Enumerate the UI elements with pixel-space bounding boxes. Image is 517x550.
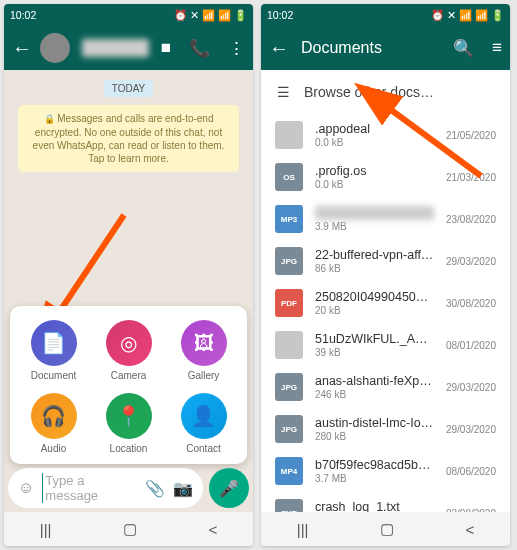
file-size: 280 kB <box>315 431 434 442</box>
file-row[interactable]: JPG 22-buffered-vpn-affiliate.jpg 86 kB … <box>261 240 510 282</box>
file-info: .profig.os 0.0 kB <box>315 164 434 190</box>
back-icon[interactable]: ← <box>12 37 32 60</box>
audio-icon: 🎧 <box>31 393 77 439</box>
file-size: 20 kB <box>315 305 434 316</box>
nav-recents[interactable]: ||| <box>297 521 309 538</box>
browse-other-docs[interactable]: ☰ Browse other docs… <box>261 70 510 114</box>
file-row[interactable]: PDF 250820I049904503.pdf 20 kB 30/08/202… <box>261 282 510 324</box>
voice-call-icon[interactable]: 📞 <box>189 38 210 59</box>
attach-document[interactable]: 📄Document <box>16 320 91 381</box>
file-size: 86 kB <box>315 263 434 274</box>
docs-appbar: ← Documents 🔍 ≡ <box>261 26 510 70</box>
browse-label: Browse other docs… <box>304 84 434 100</box>
attach-label: Document <box>31 370 77 381</box>
file-size: 3.9 MB <box>315 221 434 232</box>
file-size: 39 kB <box>315 347 434 358</box>
file-name: 22-buffered-vpn-affiliate.jpg <box>315 248 434 262</box>
nav-back[interactable]: < <box>208 521 217 538</box>
attach-contact[interactable]: 👤Contact <box>166 393 241 454</box>
clock: 10:02 <box>10 9 36 21</box>
chat-title[interactable]: ████ <box>82 39 149 57</box>
file-name: b70f59fec98acd5bbd98f5849f8720de… <box>315 458 434 472</box>
attach-label: Contact <box>186 443 220 454</box>
file-info: 22-buffered-vpn-affiliate.jpg 86 kB <box>315 248 434 274</box>
video-call-icon[interactable]: ■ <box>161 38 171 59</box>
file-row[interactable]: MP4 b70f59fec98acd5bbd98f5849f8720de… 3.… <box>261 450 510 492</box>
nav-home[interactable]: ▢ <box>123 520 137 538</box>
encryption-notice[interactable]: 🔒 Messages and calls are end-to-end encr… <box>18 105 239 172</box>
file-date: 23/08/2020 <box>446 214 496 225</box>
file-size: 0.0 kB <box>315 137 434 148</box>
status-icons: ⏰ ✕ 📶 📶 🔋 <box>431 9 504 22</box>
file-info: ████████.mp3 3.9 MB <box>315 206 434 232</box>
file-name: austin-distel-Imc-IoZDMXc-unsplash.jpg <box>315 416 434 430</box>
file-type-icon: TXT <box>275 499 303 512</box>
message-input[interactable]: ☺ Type a message 📎 📷 <box>8 468 203 508</box>
file-type-icon: JPG <box>275 247 303 275</box>
status-bar: 10:02 ⏰ ✕ 📶 📶 🔋 <box>261 4 510 26</box>
attach-label: Location <box>110 443 148 454</box>
file-info: crash_log_1.txt 1.0 kB <box>315 500 434 512</box>
file-row[interactable]: .appodeal 0.0 kB 21/05/2020 <box>261 114 510 156</box>
attach-audio[interactable]: 🎧Audio <box>16 393 91 454</box>
date-chip: TODAY <box>104 80 154 97</box>
file-type-icon: OS <box>275 163 303 191</box>
file-type-icon: JPG <box>275 415 303 443</box>
menu-icon[interactable]: ⋮ <box>228 38 245 59</box>
nav-bar: ||| ▢ < <box>261 512 510 546</box>
file-row[interactable]: TXT crash_log_1.txt 1.0 kB 03/08/2020 <box>261 492 510 512</box>
nav-home[interactable]: ▢ <box>380 520 394 538</box>
file-name: 51uDzWIkFUL._AC_SY600_ML1_FMwe… <box>315 332 434 346</box>
file-type-icon <box>275 121 303 149</box>
attach-label: Audio <box>41 443 67 454</box>
file-name: crash_log_1.txt <box>315 500 434 512</box>
file-name: 250820I049904503.pdf <box>315 290 434 304</box>
back-icon[interactable]: ← <box>269 37 289 60</box>
file-row[interactable]: MP3 ████████.mp3 3.9 MB 23/08/2020 <box>261 198 510 240</box>
file-date: 29/03/2020 <box>446 424 496 435</box>
input-placeholder: Type a message <box>42 473 137 503</box>
file-date: 29/03/2020 <box>446 256 496 267</box>
mic-button[interactable]: 🎤 <box>209 468 249 508</box>
attach-gallery[interactable]: 🖼Gallery <box>166 320 241 381</box>
gallery-icon: 🖼 <box>181 320 227 366</box>
file-info: b70f59fec98acd5bbd98f5849f8720de… 3.7 MB <box>315 458 434 484</box>
avatar[interactable] <box>40 33 70 63</box>
file-type-icon: PDF <box>275 289 303 317</box>
svg-line-0 <box>54 215 124 320</box>
file-info: 250820I049904503.pdf 20 kB <box>315 290 434 316</box>
camera-icon: ◎ <box>106 320 152 366</box>
attach-location[interactable]: 📍Location <box>91 393 166 454</box>
file-type-icon: MP3 <box>275 205 303 233</box>
status-icons: ⏰ ✕ 📶 📶 🔋 <box>174 9 247 22</box>
file-row[interactable]: JPG anas-alshanti-feXpdV001o4-unsplash.j… <box>261 366 510 408</box>
file-row[interactable]: JPG austin-distel-Imc-IoZDMXc-unsplash.j… <box>261 408 510 450</box>
camera-icon[interactable]: 📷 <box>173 479 193 498</box>
clock: 10:02 <box>267 9 293 21</box>
file-size: 246 kB <box>315 389 434 400</box>
search-icon[interactable]: 🔍 <box>453 38 474 59</box>
chat-body: TODAY 🔒 Messages and calls are end-to-en… <box>4 70 253 512</box>
docs-body: ☰ Browse other docs… .appodeal 0.0 kB 21… <box>261 70 510 512</box>
sort-icon[interactable]: ≡ <box>492 38 502 59</box>
attach-icon[interactable]: 📎 <box>145 479 165 498</box>
status-bar: 10:02 ⏰ ✕ 📶 📶 🔋 <box>4 4 253 26</box>
list-icon: ☰ <box>277 84 290 100</box>
location-icon: 📍 <box>106 393 152 439</box>
file-date: 30/08/2020 <box>446 298 496 309</box>
nav-back[interactable]: < <box>465 521 474 538</box>
file-list: .appodeal 0.0 kB 21/05/2020OS .profig.os… <box>261 114 510 512</box>
file-info: anas-alshanti-feXpdV001o4-unsplash.j… 24… <box>315 374 434 400</box>
file-date: 21/03/2020 <box>446 172 496 183</box>
file-type-icon: MP4 <box>275 457 303 485</box>
nav-recents[interactable]: ||| <box>40 521 52 538</box>
emoji-icon[interactable]: ☺ <box>18 479 34 497</box>
file-type-icon <box>275 331 303 359</box>
file-info: 51uDzWIkFUL._AC_SY600_ML1_FMwe… 39 kB <box>315 332 434 358</box>
file-row[interactable]: OS .profig.os 0.0 kB 21/03/2020 <box>261 156 510 198</box>
file-date: 21/05/2020 <box>446 130 496 141</box>
attach-camera[interactable]: ◎Camera <box>91 320 166 381</box>
file-name: .profig.os <box>315 164 434 178</box>
file-row[interactable]: 51uDzWIkFUL._AC_SY600_ML1_FMwe… 39 kB 08… <box>261 324 510 366</box>
file-info: .appodeal 0.0 kB <box>315 122 434 148</box>
